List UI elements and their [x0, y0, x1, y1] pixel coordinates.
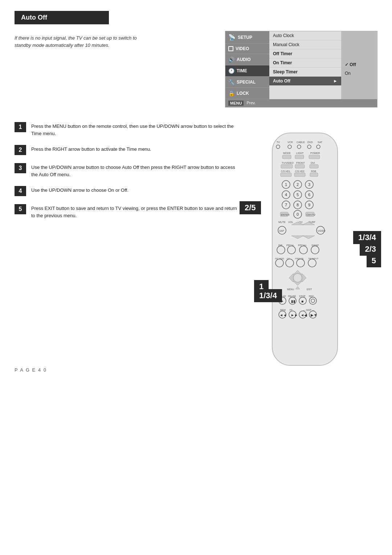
svg-rect-15 [295, 155, 304, 159]
svg-text:1: 1 [285, 182, 287, 187]
svg-rect-16 [309, 155, 320, 159]
svg-text:PIC SIZE: PIC SIZE [275, 258, 284, 260]
menu-right-autoclock: Auto Clock [269, 31, 341, 40]
svg-text:5: 5 [297, 193, 299, 197]
remote-diagram: 2/5 1 1/3/4 1/3/4 2/3 5 TV VCR CABLE DVD… [247, 122, 377, 369]
step-2: 2 Press the RIGHT arrow button to activa… [15, 145, 240, 155]
svg-text:TV/VIDEO: TV/VIDEO [282, 162, 294, 164]
svg-text:SAP: SAP [279, 230, 284, 232]
step-text-2: Press the RIGHT arrow button to activate… [31, 145, 151, 153]
menu-video-label: VIDEO [236, 46, 249, 51]
menu-sub-off: ✓ Off [341, 31, 377, 69]
svg-text:7: 7 [285, 203, 287, 207]
menu-time-label: TIME [237, 68, 247, 73]
svg-text:◄◀: ◄◀ [301, 313, 307, 317]
svg-text:4: 4 [285, 193, 287, 197]
svg-rect-28 [310, 173, 318, 177]
svg-text:FRONT: FRONT [296, 162, 305, 164]
svg-text:MODE: MODE [283, 152, 291, 154]
menu-lock-label: LOCK [237, 91, 249, 96]
svg-point-85 [293, 274, 302, 282]
step-num-3: 3 [15, 163, 26, 173]
intro-text: If there is no input signal, the TV can … [15, 35, 138, 49]
menu-right-manualclock: Manual Clock [269, 40, 341, 49]
svg-rect-20 [281, 165, 293, 168]
svg-text:TV: TV [277, 141, 280, 143]
step-4: 4 Use the UP/DOWN arrow to choose On or … [15, 186, 240, 196]
step-1: 1 Press the MENU button on the remote co… [15, 122, 240, 137]
menu-item-setup: 📡 SETUP [225, 31, 269, 44]
svg-text:ENTER: ENTER [281, 214, 290, 216]
step-num-2: 2 [15, 145, 26, 155]
svg-text:■: ■ [301, 299, 303, 303]
svg-rect-27 [294, 173, 305, 177]
svg-text:8: 8 [297, 203, 299, 207]
step-label-134: 1/3/4 [353, 231, 381, 244]
step-5: 5 Press EXIT button to save and return t… [15, 204, 240, 219]
menu-right-sleeptimer: Sleep Timer [269, 68, 341, 77]
step-3: 3 Use the UP/DOWN arrow button to choose… [15, 163, 240, 178]
svg-text:3: 3 [308, 182, 310, 187]
svg-rect-22 [310, 165, 318, 168]
step-num-5: 5 [15, 204, 26, 214]
svg-text:MENU: MENU [287, 288, 294, 291]
svg-text:►►: ►► [291, 313, 298, 317]
svg-rect-21 [295, 165, 305, 168]
svg-text:◄◄: ◄◄ [279, 313, 287, 317]
svg-text:▶▼: ▶▼ [311, 313, 317, 317]
svg-text:CH+/TV: CH+/TV [306, 214, 315, 216]
svg-text:C/S HD2: C/S HD2 [295, 170, 305, 173]
svg-text:2: 2 [297, 182, 299, 187]
svg-text:C/S HD1: C/S HD1 [281, 170, 290, 173]
menu-item-lock: 🔒 LOCK [225, 88, 269, 99]
svg-text:VOL: VOL [288, 221, 293, 223]
step-num-1: 1 [15, 122, 26, 132]
svg-text:VIDEO: VIDEO [318, 230, 326, 232]
menu-setup-label: SETUP [238, 35, 252, 40]
svg-rect-14 [282, 155, 291, 159]
step-text-4: Use the UP/DOWN arrow to choose On or Of… [31, 186, 128, 194]
steps-list: 1 Press the MENU button on the remote co… [15, 122, 247, 369]
svg-text:6: 6 [308, 193, 310, 197]
menu-right-ontimer: On Timer [269, 58, 341, 68]
menu-key-menu: MENU [228, 101, 244, 106]
svg-text:SWAP: SWAP [311, 244, 319, 247]
menu-sub-on: On [341, 69, 377, 78]
step-label-5: 5 [367, 254, 381, 267]
svg-text:EXIT: EXIT [307, 288, 312, 291]
svg-text:RGB: RGB [311, 170, 316, 173]
menu-special-label: SPECIAL [237, 80, 256, 85]
menu-item-special: 🔧 SPECIAL [225, 77, 269, 88]
step-label-23: 2/3 [360, 243, 381, 256]
svg-text:SAT: SAT [318, 141, 323, 143]
svg-text:9: 9 [308, 203, 310, 207]
menu-bottom-bar: MENU Prev. [225, 99, 377, 107]
menu-item-video: VIDEO [225, 44, 269, 54]
step-text-3: Use the UP/DOWN arrow button to choose A… [31, 163, 240, 178]
menu-audio-label: AUDIO [237, 57, 251, 62]
svg-rect-26 [281, 173, 291, 177]
menu-right-autooff: Auto Off ► [269, 77, 341, 86]
svg-text:CABLE: CABLE [297, 141, 305, 143]
menu-item-audio: 🔊 AUDIO [225, 54, 269, 65]
remote-image: TV VCR CABLE DVD SAT MODE LIGHT POWER [261, 129, 348, 369]
menu-right-offtimer: Off Timer [269, 49, 341, 58]
step-num-4: 4 [15, 186, 26, 196]
svg-text:MUTE: MUTE [278, 221, 286, 223]
svg-text:DVD: DVD [307, 141, 313, 143]
svg-text:DVI: DVI [311, 162, 315, 164]
svg-text:0: 0 [297, 212, 299, 216]
menu-item-time: 🕐 TIME [225, 65, 269, 77]
page-title: Auto Off [15, 11, 109, 24]
step-text-1: Press the MENU button on the remote cont… [31, 122, 240, 137]
svg-text:POWER: POWER [310, 152, 320, 154]
svg-text:LIGHT: LIGHT [296, 152, 304, 154]
page-number: P A G E 4 0 [15, 367, 47, 373]
step-label-134b: 1/3/4 [254, 289, 282, 302]
menu-screenshot: 📡 SETUP VIDEO 🔊 AUDIO [225, 31, 377, 108]
step-text-5: Press EXIT button to save and return to … [31, 204, 240, 219]
step-label-25: 2/5 [240, 201, 261, 214]
menu-prev-label: Prev. [246, 101, 256, 106]
svg-text:VCR: VCR [287, 141, 293, 143]
svg-text:▮▮: ▮▮ [291, 299, 295, 303]
